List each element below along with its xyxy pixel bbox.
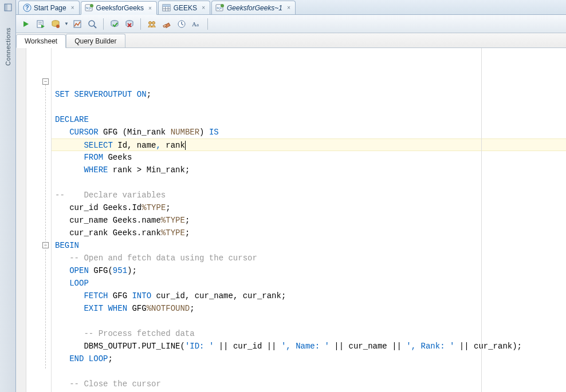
code-line[interactable] xyxy=(52,315,566,327)
run-script-button[interactable] xyxy=(34,18,47,30)
code-line[interactable]: SELECT Id, name, rank xyxy=(52,138,566,151)
document-tabs: ? Start Page × SQL GeeksforGeeks × GEEKS… xyxy=(16,0,566,15)
dropdown-icon[interactable]: ▼ xyxy=(64,18,69,30)
subtab-query-builder[interactable]: Query Builder xyxy=(66,34,125,47)
help-icon: ? xyxy=(22,3,32,13)
code-line[interactable] xyxy=(52,365,566,378)
code-line[interactable]: BEGIN xyxy=(52,239,566,252)
panel-collapse-icon[interactable] xyxy=(3,2,13,13)
rollback-button[interactable] xyxy=(123,18,136,30)
svg-point-31 xyxy=(152,21,155,24)
run-statement-button[interactable] xyxy=(19,18,32,30)
code-line[interactable]: SET SERVEROUTPUT ON; xyxy=(52,88,566,101)
toolbar-separator xyxy=(140,18,141,30)
svg-line-25 xyxy=(94,26,96,28)
code-line[interactable]: cur_id Geeks.Id%TYPE; xyxy=(52,201,566,214)
editor-gutter[interactable]: −− xyxy=(26,48,52,392)
code-line[interactable] xyxy=(52,176,566,189)
tab-geeksforgeeks-1[interactable]: SQL GeeksforGeeks~1 × xyxy=(211,1,296,14)
svg-text:?: ? xyxy=(25,5,29,11)
svg-point-6 xyxy=(90,4,93,7)
code-line[interactable]: DBMS_OUTPUT.PUT_LINE('ID: ' || cur_id ||… xyxy=(52,340,566,353)
close-icon[interactable]: × xyxy=(202,5,205,11)
code-editor[interactable]: −− SET SERVEROUTPUT ON;DECLARE CURSOR GF… xyxy=(16,48,566,392)
close-icon[interactable]: × xyxy=(148,5,152,11)
connections-side-panel[interactable]: Connections xyxy=(0,0,16,392)
print-margin xyxy=(481,48,482,392)
svg-point-30 xyxy=(149,21,152,24)
svg-rect-12 xyxy=(163,5,170,7)
sql-tuning-button[interactable] xyxy=(86,18,99,30)
code-line[interactable]: OPEN GFG(951); xyxy=(52,264,566,277)
tab-label: GeeksforGeeks~1 xyxy=(227,4,282,12)
code-line[interactable]: END LOOP; xyxy=(52,353,566,365)
sql-worksheet-icon: SQL xyxy=(215,3,225,13)
code-line[interactable]: LOOP xyxy=(52,277,566,290)
svg-point-22 xyxy=(56,25,60,28)
editor-margin xyxy=(16,48,26,392)
svg-rect-1 xyxy=(5,4,7,11)
code-area[interactable]: SET SERVEROUTPUT ON;DECLARE CURSOR GFG (… xyxy=(52,48,566,392)
code-line[interactable]: EXIT WHEN GFG%NOTFOUND; xyxy=(52,302,566,315)
svg-marker-16 xyxy=(23,21,29,27)
code-line[interactable]: WHERE rank > Min_rank; xyxy=(52,164,566,176)
worksheet-toolbar: ▼ Aa xyxy=(16,15,566,33)
code-line[interactable]: -- Process fetched data xyxy=(52,327,566,340)
svg-text:A: A xyxy=(192,21,196,27)
code-line[interactable]: CURSOR GFG (Min_rank NUMBER) IS xyxy=(52,126,566,138)
sql-worksheet-icon: SQL xyxy=(85,3,94,13)
svg-point-15 xyxy=(221,4,224,7)
explain-plan-button[interactable] xyxy=(49,18,62,30)
text-caret xyxy=(185,141,186,150)
tab-geeks-table[interactable]: GEEKS × xyxy=(158,1,210,14)
tab-start-page[interactable]: ? Start Page × xyxy=(18,1,80,14)
code-line[interactable]: DECLARE xyxy=(52,113,566,126)
sql-history-button[interactable] xyxy=(175,18,188,30)
side-panel-label: Connections xyxy=(5,27,11,66)
code-line[interactable]: -- Declare variables xyxy=(52,189,566,201)
close-icon[interactable]: × xyxy=(287,5,290,11)
tab-label: GeeksforGeeks xyxy=(96,4,144,12)
code-line[interactable]: cur_rank Geeks.rank%TYPE; xyxy=(52,227,566,239)
code-line[interactable]: -- Open and fetch data using the cursor xyxy=(52,252,566,264)
code-line[interactable]: cur_name Geeks.name%TYPE; xyxy=(52,214,566,227)
subtab-label: Worksheet xyxy=(25,37,57,45)
code-line[interactable] xyxy=(52,101,566,113)
code-line[interactable]: FETCH GFG INTO cur_id, cur_name, cur_ran… xyxy=(52,290,566,302)
autotrace-button[interactable] xyxy=(71,18,84,30)
close-icon[interactable]: × xyxy=(71,5,74,11)
toolbar-separator xyxy=(207,18,208,30)
main-area: ? Start Page × SQL GeeksforGeeks × GEEKS… xyxy=(16,0,566,392)
clear-button[interactable] xyxy=(160,18,173,30)
to-upper-lower-button[interactable]: Aa xyxy=(190,18,203,30)
tab-label: GEEKS xyxy=(174,4,197,12)
fold-toggle-icon[interactable]: − xyxy=(42,78,49,85)
tab-geeksforgeeks[interactable]: SQL GeeksforGeeks × xyxy=(81,1,157,15)
svg-text:a: a xyxy=(196,22,199,27)
table-icon xyxy=(162,3,171,13)
subtab-worksheet[interactable]: Worksheet xyxy=(16,34,66,48)
svg-point-24 xyxy=(89,21,95,26)
tab-label: Start Page xyxy=(34,4,66,12)
toolbar-separator xyxy=(103,18,104,30)
code-line[interactable]: FROM Geeks xyxy=(52,151,566,164)
worksheet-subtabs: Worksheet Query Builder xyxy=(16,33,566,48)
unshared-worksheet-button[interactable] xyxy=(146,18,158,30)
code-line[interactable]: -- Close the cursor xyxy=(52,378,566,390)
commit-button[interactable] xyxy=(108,18,121,30)
subtab-label: Query Builder xyxy=(74,37,116,45)
